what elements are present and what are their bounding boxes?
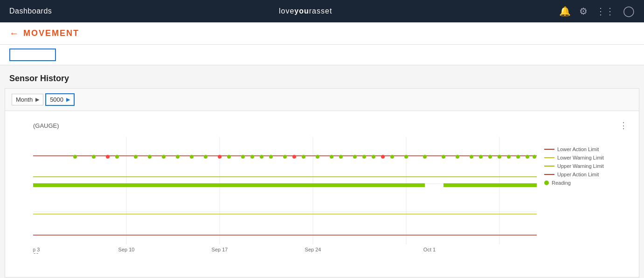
svg-text:Sep 24: Sep 24 <box>305 247 321 252</box>
svg-point-44 <box>372 155 375 159</box>
legend-lower-action: Lower Action Limit <box>544 146 616 152</box>
value-selector[interactable]: 5000 ▶ <box>45 93 75 106</box>
svg-point-45 <box>381 155 385 159</box>
svg-point-46 <box>390 155 394 159</box>
lower-warning-label: Lower Warning Limit <box>557 155 604 160</box>
legend-lower-warning: Lower Warning Limit <box>544 155 616 160</box>
svg-point-22 <box>106 155 110 159</box>
chart-wrapper: Month ▶ 5000 ▶ (GAUGE) ⋮ <box>5 88 639 278</box>
controls-row: Month ▶ 5000 ▶ <box>5 89 639 111</box>
svg-point-50 <box>456 155 459 159</box>
svg-point-28 <box>190 155 194 159</box>
value-arrow-icon: ▶ <box>66 97 70 103</box>
lower-action-label: Lower Action Limit <box>557 146 599 152</box>
svg-point-24 <box>134 155 138 159</box>
upper-action-label: Upper Action Limit <box>557 172 599 177</box>
svg-point-20 <box>73 155 77 159</box>
svg-text:Oct 1: Oct 1 <box>423 247 436 252</box>
svg-point-56 <box>516 155 520 159</box>
upper-warning-label: Upper Warning Limit <box>557 163 604 169</box>
svg-point-54 <box>498 155 501 159</box>
reading-dot-icon <box>544 181 549 185</box>
value-label: 5000 <box>50 96 63 103</box>
svg-point-48 <box>423 155 427 159</box>
gauge-label: (GAUGE) <box>33 122 59 129</box>
upper-warning-line-icon <box>544 166 554 167</box>
chart-area: (GAUGE) ⋮ 1 0 <box>5 111 639 277</box>
notification-icon[interactable]: 🔔 <box>559 6 571 17</box>
chart-content: 1 0 -1 -2 <box>33 137 630 254</box>
lower-warning-line-icon <box>544 157 554 158</box>
brand-logo: loveyourasset <box>279 7 332 15</box>
svg-point-31 <box>227 155 231 159</box>
svg-text:Sep 10: Sep 10 <box>118 247 135 252</box>
period-label: Month <box>16 96 33 103</box>
chart-title-row: (GAUGE) ⋮ <box>33 118 630 132</box>
svg-point-33 <box>250 155 254 159</box>
svg-point-41 <box>339 155 343 159</box>
upper-action-line-icon <box>544 174 554 175</box>
header: Dashboards loveyourasset 🔔 ⚙ ⋮⋮ ◯ <box>0 0 644 22</box>
back-bar: ← MOVEMENT <box>0 22 644 45</box>
brand-you: you <box>294 7 309 15</box>
gear-icon[interactable]: ⚙ <box>579 6 588 17</box>
svg-point-35 <box>269 155 273 159</box>
app-title: Dashboards <box>9 7 52 15</box>
chart-svg: 1 0 -1 -2 <box>33 137 537 254</box>
svg-point-47 <box>404 155 408 159</box>
svg-point-30 <box>218 155 222 159</box>
brand-rasset: rasset <box>309 7 332 15</box>
grid-icon[interactable]: ⋮⋮ <box>596 6 615 17</box>
svg-point-58 <box>533 155 536 159</box>
lower-action-line-icon <box>544 149 554 150</box>
svg-point-34 <box>260 155 263 159</box>
svg-point-23 <box>115 155 119 159</box>
period-selector[interactable]: Month ▶ <box>12 94 43 105</box>
svg-text:Sep 3: Sep 3 <box>33 247 40 252</box>
svg-point-53 <box>488 155 492 159</box>
svg-point-52 <box>479 155 483 159</box>
svg-point-43 <box>362 155 366 159</box>
chart-legend: Lower Action Limit Lower Warning Limit U… <box>537 137 616 186</box>
period-arrow-icon: ▶ <box>35 97 39 103</box>
svg-point-51 <box>470 155 473 159</box>
brand-love: love <box>279 7 294 15</box>
svg-point-38 <box>302 155 305 159</box>
svg-point-26 <box>162 155 166 159</box>
svg-rect-0 <box>33 137 537 254</box>
svg-point-37 <box>292 155 296 159</box>
svg-point-55 <box>507 155 511 159</box>
legend-reading: Reading <box>544 180 616 186</box>
svg-point-39 <box>316 155 319 159</box>
top-filter-bar <box>0 45 644 65</box>
svg-point-40 <box>330 155 333 159</box>
section-title: Sensor History <box>0 65 644 88</box>
svg-point-29 <box>204 155 208 159</box>
svg-point-42 <box>353 155 357 159</box>
svg-point-57 <box>526 155 529 159</box>
back-arrow-icon[interactable]: ← <box>9 28 19 39</box>
reading-label: Reading <box>552 180 571 186</box>
svg-point-27 <box>176 155 180 159</box>
svg-point-21 <box>92 155 96 159</box>
legend-upper-action: Upper Action Limit <box>544 172 616 177</box>
svg-text:Sep 17: Sep 17 <box>212 247 228 252</box>
more-options-icon[interactable]: ⋮ <box>617 118 630 132</box>
user-avatar-icon[interactable]: ◯ <box>623 5 635 17</box>
header-icons: 🔔 ⚙ ⋮⋮ ◯ <box>559 5 635 17</box>
svg-point-36 <box>283 155 287 159</box>
filter-box[interactable] <box>9 49 56 61</box>
svg-point-32 <box>241 155 245 159</box>
page-title: MOVEMENT <box>23 28 79 38</box>
svg-point-25 <box>148 155 152 159</box>
svg-text:2022: 2022 <box>33 252 39 254</box>
legend-upper-warning: Upper Warning Limit <box>544 163 616 169</box>
svg-point-49 <box>442 155 445 159</box>
